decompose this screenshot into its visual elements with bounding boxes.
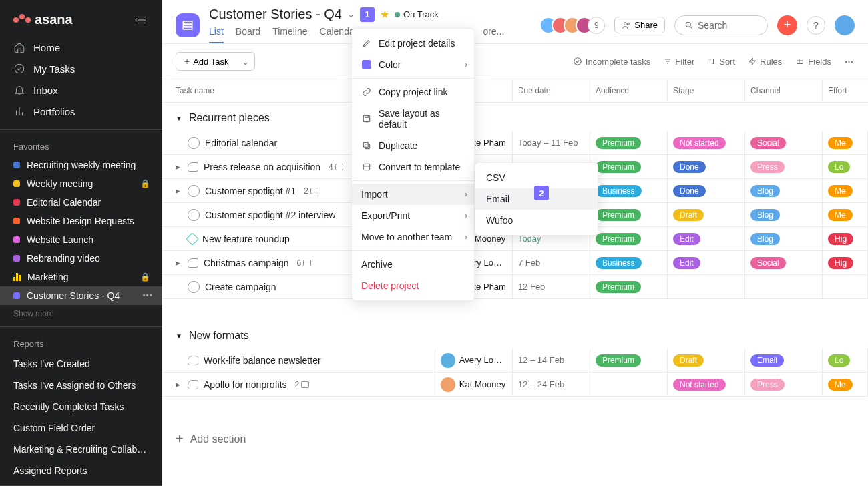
tag-pill[interactable]: Premium: [596, 233, 641, 245]
favorite-item[interactable]: Website Design Requests: [0, 212, 162, 230]
tag-pill[interactable]: Social: [750, 137, 786, 149]
tag-pill[interactable]: Me: [828, 137, 853, 149]
task-row[interactable]: Work-life balance newsletterAvery Lomax1…: [162, 348, 868, 373]
section-header[interactable]: ▼Recurrent pieces: [162, 103, 868, 131]
favorite-item[interactable]: Rebranding video: [0, 249, 162, 268]
rules-button[interactable]: Rules: [748, 57, 782, 67]
favorite-item[interactable]: Recruiting weekly meeting: [0, 156, 162, 174]
menu-export[interactable]: Export/Print›: [352, 205, 474, 226]
tag-pill[interactable]: Blog: [750, 209, 780, 221]
menu-import[interactable]: Import›: [352, 184, 474, 205]
favorite-item[interactable]: Customer Stories - Q4•••: [0, 286, 162, 305]
nav-bell[interactable]: Inbox: [0, 79, 162, 101]
tag-pill[interactable]: Premium: [596, 209, 641, 221]
menu-color[interactable]: Color›: [352, 54, 474, 75]
favorite-item[interactable]: Website Launch: [0, 230, 162, 249]
task-row[interactable]: ▶Apollo for nonprofits2 Kat Mooney12 – 2…: [162, 373, 868, 397]
tag-pill[interactable]: Press: [750, 161, 785, 173]
expand-icon[interactable]: ▶: [176, 164, 182, 170]
nav-home[interactable]: Home: [0, 37, 162, 58]
due-date[interactable]: 12 – 14 Feb: [513, 348, 590, 372]
task-row[interactable]: Create campaignBlake Pham12 FebPremium: [162, 275, 868, 299]
tag-pill[interactable]: Premium: [596, 161, 641, 173]
tag-pill[interactable]: Blog: [750, 233, 780, 245]
status-chip[interactable]: On Track: [395, 9, 439, 19]
incomplete-tasks-filter[interactable]: Incomplete tasks: [573, 57, 651, 67]
members-avatars[interactable]: 9: [539, 17, 605, 34]
tag-pill[interactable]: Email: [750, 354, 784, 367]
menu-move-team[interactable]: Move to another team›: [352, 226, 474, 248]
menu-convert-template[interactable]: Convert to template: [352, 156, 474, 178]
logo[interactable]: asana: [13, 12, 73, 27]
menu-copy-link[interactable]: Copy project link: [352, 81, 474, 103]
task-complete-icon[interactable]: [188, 281, 200, 293]
tag-pill[interactable]: Draft: [673, 354, 704, 367]
favorite-item[interactable]: Editorial Calendar: [0, 193, 162, 212]
nav-check[interactable]: My Tasks: [0, 58, 162, 79]
project-icon[interactable]: [176, 13, 200, 37]
tag-pill[interactable]: Business: [596, 257, 642, 269]
due-date[interactable]: 12 Feb: [513, 275, 590, 298]
section-collapse-icon[interactable]: ▼: [176, 115, 182, 122]
task-complete-icon[interactable]: [188, 209, 200, 221]
menu-archive[interactable]: Archive: [352, 254, 474, 275]
star-icon[interactable]: ★: [380, 8, 389, 21]
due-date[interactable]: 7 Feb: [513, 251, 590, 274]
menu-delete-project[interactable]: Delete project: [352, 275, 474, 296]
help-button[interactable]: ?: [807, 16, 825, 35]
tag-pill[interactable]: Lo: [828, 354, 850, 367]
col-header-duedate[interactable]: Due date: [513, 79, 590, 102]
tag-pill[interactable]: Hig: [828, 257, 853, 269]
tag-pill[interactable]: Edit: [673, 233, 700, 245]
show-more-link[interactable]: Show more: [0, 305, 162, 322]
more-icon[interactable]: •••: [142, 291, 153, 300]
more-actions-button[interactable]: ⋯: [845, 57, 855, 67]
add-task-dropdown-button[interactable]: ⌄: [236, 53, 254, 70]
report-item[interactable]: Recently Completed Tasks: [0, 396, 162, 417]
add-task-button[interactable]: + Add Task: [176, 53, 236, 70]
import-wufoo[interactable]: Wufoo: [475, 210, 598, 231]
menu-duplicate[interactable]: Duplicate: [352, 135, 474, 156]
assignee-avatar[interactable]: [441, 377, 455, 392]
favorite-item[interactable]: Marketing🔒: [0, 268, 162, 286]
assignee-avatar[interactable]: [441, 353, 455, 368]
menu-edit-project[interactable]: Edit project details: [352, 33, 474, 54]
section-collapse-icon[interactable]: ▼: [176, 332, 182, 340]
task-complete-icon[interactable]: [188, 137, 200, 149]
tag-pill[interactable]: Not started: [673, 137, 726, 149]
col-header-effort[interactable]: Effort: [823, 79, 868, 102]
favorite-item[interactable]: Weekly meeting🔒: [0, 174, 162, 193]
tab-board[interactable]: Board: [236, 26, 260, 43]
tag-pill[interactable]: Premium: [596, 281, 641, 293]
task-row[interactable]: ▶Christmas campaign6 Avery Lomax7 FebBus…: [162, 251, 868, 275]
tag-pill[interactable]: Done: [673, 161, 706, 173]
due-date[interactable]: 12 – 24 Feb: [513, 373, 590, 396]
profile-avatar[interactable]: [835, 15, 855, 35]
global-add-button[interactable]: +: [777, 15, 797, 35]
tag-pill[interactable]: Me: [828, 379, 853, 391]
tag-pill[interactable]: Business: [596, 185, 642, 197]
tag-pill[interactable]: Social: [750, 257, 786, 269]
tag-pill[interactable]: Me: [828, 185, 853, 197]
tab-list[interactable]: List: [209, 26, 224, 43]
add-section-button[interactable]: + Add section: [162, 418, 868, 460]
tag-pill[interactable]: Premium: [596, 137, 641, 149]
due-date[interactable]: Today – 11 Feb: [513, 131, 590, 154]
expand-icon[interactable]: ▶: [176, 188, 182, 194]
col-header-audience[interactable]: Audience: [590, 79, 668, 102]
tab-timeline[interactable]: Timeline: [272, 26, 307, 43]
report-item[interactable]: Assigned Reports: [0, 460, 162, 481]
menu-save-layout[interactable]: Save layout as default: [352, 103, 474, 135]
share-button[interactable]: Share: [614, 17, 665, 33]
report-item[interactable]: Tasks I've Created: [0, 353, 162, 375]
tag-pill[interactable]: Hig: [828, 233, 853, 245]
tag-pill[interactable]: Me: [828, 209, 853, 221]
expand-icon[interactable]: ▶: [176, 260, 182, 266]
filter-button[interactable]: Filter: [664, 57, 694, 67]
tag-pill[interactable]: Done: [673, 185, 706, 197]
tag-pill[interactable]: Blog: [750, 185, 780, 197]
expand-icon[interactable]: ▶: [176, 381, 182, 388]
report-item[interactable]: Marketing & Recruiting Collab…: [0, 439, 162, 460]
section-header[interactable]: ▼New formats: [162, 320, 868, 348]
sort-button[interactable]: Sort: [708, 57, 735, 67]
